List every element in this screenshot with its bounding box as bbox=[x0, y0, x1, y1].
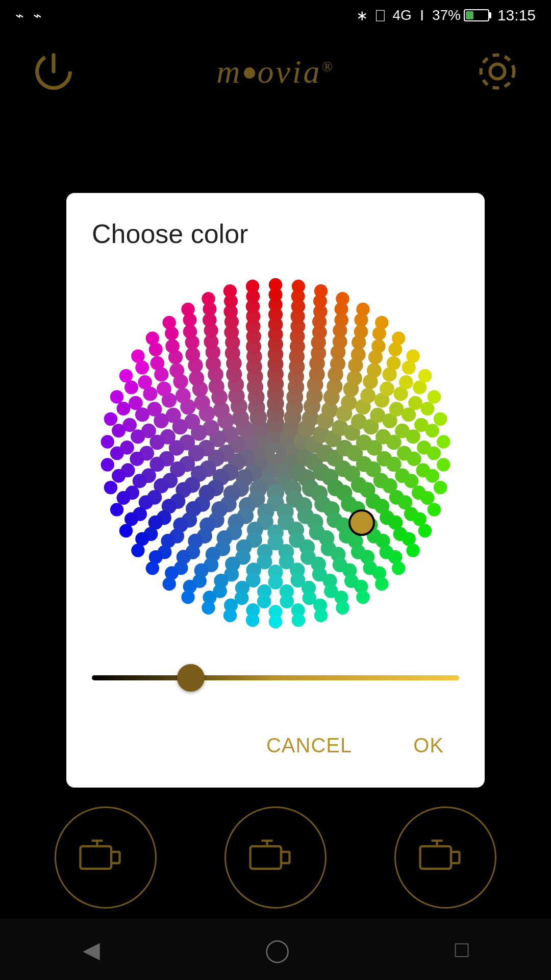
battery-icon bbox=[464, 9, 489, 21]
status-bar-right: ∗ ⎕ 4G Ⅰ 37% 13:15 bbox=[356, 7, 536, 24]
color-picker-dialog: Choose color CANCEL OK bbox=[66, 193, 485, 788]
color-wheel-canvas[interactable] bbox=[92, 270, 459, 637]
dialog-overlay: Choose color CANCEL OK bbox=[0, 0, 551, 980]
vibrate-icon: ⎕ bbox=[376, 7, 385, 23]
cancel-button[interactable]: CANCEL bbox=[251, 724, 367, 767]
brightness-slider-thumb[interactable] bbox=[177, 664, 205, 692]
battery-percent: 37% bbox=[432, 7, 461, 23]
dialog-actions: CANCEL OK bbox=[92, 719, 459, 767]
usb2-icon: ⌁ bbox=[33, 7, 42, 24]
usb-icon: ⌁ bbox=[15, 7, 24, 24]
battery-container: 37% bbox=[432, 7, 489, 23]
brightness-slider-container[interactable] bbox=[92, 663, 459, 693]
network-icon: 4G bbox=[393, 7, 412, 23]
color-wheel-container[interactable] bbox=[92, 270, 459, 637]
signal-icon: Ⅰ bbox=[420, 7, 424, 24]
time-display: 13:15 bbox=[497, 7, 536, 24]
brightness-slider-track[interactable] bbox=[92, 675, 459, 680]
dialog-title: Choose color bbox=[92, 218, 459, 249]
ok-button[interactable]: OK bbox=[398, 724, 459, 767]
status-bar: ⌁ ⌁ ∗ ⎕ 4G Ⅰ 37% 13:15 bbox=[0, 0, 551, 31]
bluetooth-icon: ∗ bbox=[356, 7, 368, 24]
battery-fill bbox=[466, 11, 474, 19]
status-bar-left: ⌁ ⌁ bbox=[15, 7, 42, 24]
